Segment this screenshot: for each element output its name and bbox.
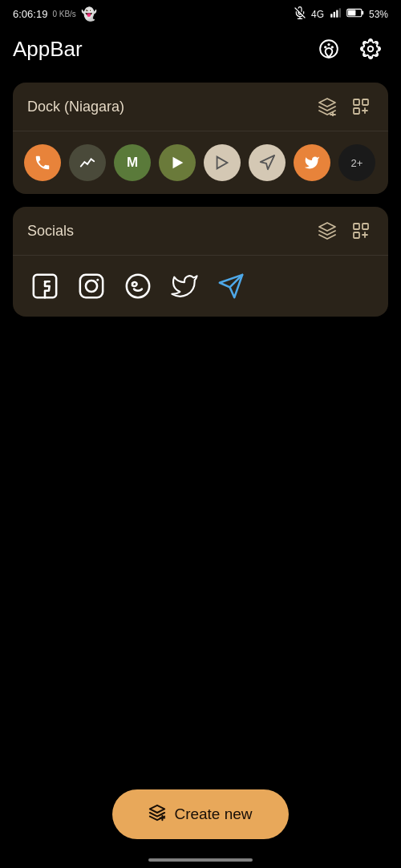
svg-rect-27	[80, 275, 103, 297]
more-apps-badge[interactable]: 2+	[338, 144, 375, 181]
app-bar-actions	[311, 31, 388, 67]
socials-header: Socials	[13, 207, 388, 256]
app-icon-telegram[interactable]	[213, 268, 249, 304]
svg-point-28	[86, 281, 97, 292]
dock-header-actions	[314, 94, 374, 119]
svg-point-9	[320, 40, 338, 58]
dock-niagara-card: Dock (Niagara)	[13, 83, 388, 194]
svg-point-30	[127, 275, 149, 297]
socials-title: Socials	[27, 223, 74, 240]
svg-marker-21	[261, 155, 274, 169]
app-icon-youtube[interactable]	[159, 144, 196, 181]
home-indicator	[148, 858, 253, 862]
socials-card: Socials	[13, 207, 388, 317]
svg-rect-3	[334, 12, 335, 18]
svg-point-12	[331, 46, 334, 48]
fab-container: Create new	[0, 789, 401, 839]
svg-rect-24	[354, 232, 359, 238]
svg-point-29	[96, 279, 99, 281]
app-icon-twitter-dock[interactable]	[294, 144, 330, 181]
svg-rect-2	[330, 14, 332, 18]
svg-rect-5	[339, 8, 341, 18]
app-icon-twitter-social[interactable]	[167, 268, 202, 304]
palette-button[interactable]	[311, 31, 346, 67]
socials-header-actions	[314, 218, 374, 244]
svg-rect-23	[363, 224, 368, 229]
edit-widget-icon-2[interactable]	[348, 218, 374, 244]
settings-button[interactable]	[353, 31, 388, 67]
fab-label: Create new	[174, 805, 252, 823]
socials-apps-row	[13, 256, 388, 317]
svg-point-13	[368, 46, 374, 52]
status-bar: 6:06:19 0 KB/s 👻 4G 53%	[0, 0, 401, 25]
status-ghost-icon: 👻	[81, 6, 97, 22]
battery-icon	[346, 8, 364, 20]
svg-marker-20	[217, 157, 228, 169]
svg-marker-19	[173, 157, 184, 169]
dock-apps-row: M 2+	[13, 131, 388, 194]
svg-point-10	[324, 46, 326, 48]
status-time: 6:06:19	[13, 8, 47, 20]
app-icon-robinhood[interactable]	[69, 144, 106, 181]
dock-niagara-title: Dock (Niagara)	[27, 99, 124, 115]
app-icon-altplay[interactable]	[204, 144, 241, 181]
create-new-button[interactable]: Create new	[112, 789, 289, 839]
app-icon-whatsapp[interactable]	[120, 268, 156, 304]
edit-widget-icon[interactable]	[348, 94, 374, 119]
svg-rect-7	[362, 11, 363, 15]
page-title: AppBar	[13, 37, 83, 62]
app-icon-facebook[interactable]	[27, 268, 63, 304]
svg-rect-17	[363, 99, 368, 105]
status-data-speed: 0 KB/s	[52, 10, 75, 18]
app-icon-metro[interactable]: M	[114, 144, 151, 181]
dock-niagara-header: Dock (Niagara)	[13, 83, 388, 131]
signal-icon	[329, 7, 342, 21]
svg-rect-4	[336, 10, 338, 18]
app-icon-phone[interactable]	[24, 144, 61, 181]
mute-icon	[294, 6, 306, 22]
svg-rect-8	[348, 10, 355, 15]
app-icon-instagram[interactable]	[74, 268, 109, 304]
network-4g: 4G	[311, 9, 324, 20]
app-bar: AppBar	[0, 25, 401, 76]
app-icon-nav[interactable]	[249, 144, 286, 181]
svg-rect-22	[354, 224, 359, 229]
fab-icon	[148, 804, 166, 826]
battery-percent: 53%	[369, 9, 388, 20]
svg-rect-16	[354, 99, 359, 105]
add-widget-icon-2[interactable]	[314, 218, 340, 244]
add-widget-icon[interactable]	[314, 94, 340, 119]
svg-point-11	[327, 43, 330, 46]
svg-rect-18	[354, 108, 359, 114]
